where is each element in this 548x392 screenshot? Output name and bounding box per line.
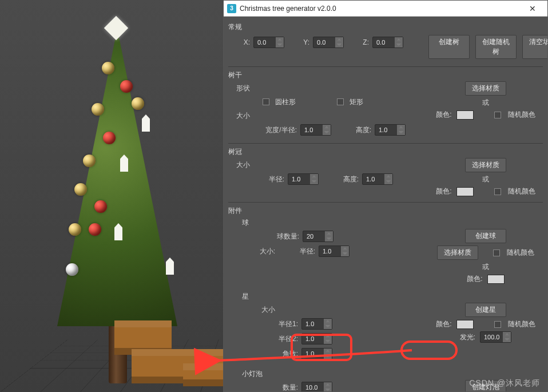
spinner-star-corners[interactable]: 1.0: [301, 348, 332, 359]
app-icon: 3: [227, 4, 236, 13]
spinner-ball-count[interactable]: 20: [303, 231, 333, 242]
value-star-corners: 1.0: [302, 350, 324, 357]
checkbox-crown-random-color[interactable]: [494, 188, 501, 195]
clear-scene-button[interactable]: 清空场景: [522, 35, 547, 59]
group-title-general: 常规: [228, 21, 543, 33]
ornament: [83, 155, 96, 167]
spinner-star-r2[interactable]: 1.0: [301, 333, 332, 345]
label-crown-height: 高度:: [337, 175, 359, 184]
spinner-star-glow[interactable]: 100.0: [480, 331, 512, 343]
ornament: [120, 80, 133, 93]
create-tree-button[interactable]: 创建树: [428, 35, 470, 59]
spinner-crown-radius[interactable]: 1.0: [288, 173, 319, 185]
spinner-arrows-icon[interactable]: [384, 174, 392, 184]
value-bulb-count: 10.0: [302, 384, 324, 391]
spinner-arrows-icon[interactable]: [324, 319, 332, 329]
spinner-arrows-icon[interactable]: [395, 37, 403, 47]
label-trunk-random-color: 随机颜色: [508, 110, 535, 120]
create-ball-button[interactable]: 创建球: [465, 229, 506, 243]
star-color-swatch[interactable]: [456, 320, 474, 329]
spinner-arrows-icon[interactable]: [324, 382, 332, 391]
trunk-color-swatch[interactable]: [456, 110, 474, 120]
label-star-corners: 角数:: [276, 349, 298, 359]
spinner-crown-height[interactable]: 1.0: [362, 173, 393, 185]
label-star-glow: 发光:: [460, 332, 475, 342]
close-button[interactable]: ✕: [521, 2, 544, 15]
label-trunk-shape: 形状: [228, 84, 250, 93]
spinner-ball-radius[interactable]: 1.0: [319, 246, 350, 257]
spinner-arrows-icon[interactable]: [397, 125, 405, 135]
label-or: 或: [482, 175, 489, 184]
ornament: [92, 103, 104, 116]
checkbox-trunk-random-color[interactable]: [494, 112, 501, 118]
value-crown-height: 1.0: [363, 176, 384, 183]
spinner-arrows-icon[interactable]: [335, 37, 343, 47]
tree-topper-star: [104, 16, 128, 40]
checkbox-rect[interactable]: [337, 98, 344, 105]
spinner-arrows-icon[interactable]: [341, 246, 349, 256]
label-star-r2: 半径2:: [276, 334, 298, 344]
checkbox-star-random-color[interactable]: [494, 321, 501, 328]
ball-material-button[interactable]: 选择材质: [437, 246, 478, 260]
label-x: X:: [228, 38, 250, 46]
dialog-panel: 常规 X: 0.0 Y: 0.0 Z: 0.0 创建树 创建随机树 清空场景: [224, 17, 547, 391]
label-ball-radius: 半径:: [293, 247, 315, 256]
subgroup-star: 星: [242, 291, 543, 303]
ornament: [69, 223, 81, 236]
ornament: [102, 62, 114, 74]
label-trunk-size: 大小: [228, 111, 250, 121]
group-title-attachments: 附件: [228, 205, 543, 217]
create-star-button[interactable]: 创建星: [465, 303, 506, 317]
option-cylinder: 圆柱形: [275, 97, 296, 107]
ball-color-swatch[interactable]: [487, 275, 505, 284]
ornament: [74, 183, 87, 196]
group-title-crown: 树冠: [228, 146, 543, 158]
label-bulb-count: 数量:: [276, 383, 298, 392]
dialog-title: Christmas tree generator v2.0.0: [240, 5, 336, 13]
tree-cone: [57, 29, 177, 326]
dialog-titlebar[interactable]: 3 Christmas tree generator v2.0.0 ✕: [224, 1, 547, 17]
crown-color-swatch[interactable]: [456, 187, 474, 196]
group-trunk: 树干 形状 圆柱形 矩形 大小: [228, 67, 543, 144]
spinner-arrows-icon[interactable]: [276, 37, 284, 47]
watermark-text: CSDN @沐风老师: [469, 378, 540, 389]
spinner-trunk-width[interactable]: 1.0: [300, 124, 331, 136]
spinner-arrows-icon[interactable]: [310, 174, 318, 184]
spinner-z[interactable]: 0.0: [372, 37, 403, 48]
spinner-bulb-count[interactable]: 10.0: [301, 382, 332, 391]
ornament: [94, 200, 107, 213]
label-crown-radius: 半径:: [263, 175, 284, 184]
label-star-size: 大小: [253, 305, 275, 315]
group-crown: 树冠 大小 半径: 1.0 高度: 1.0 选择材质 或 颜: [228, 144, 543, 203]
value-star-glow: 100.0: [481, 334, 503, 340]
checkbox-cylinder[interactable]: [263, 98, 269, 105]
checkbox-ball-random-color[interactable]: [493, 250, 500, 256]
ornament: [66, 263, 78, 276]
value-x: 0.0: [254, 39, 276, 46]
label-ball-random-color: 随机颜色: [507, 248, 534, 258]
spinner-arrows-icon[interactable]: [323, 125, 331, 135]
value-z: 0.0: [373, 39, 395, 46]
label-z: Z:: [347, 38, 369, 46]
trunk-material-button[interactable]: 选择材质: [465, 81, 506, 96]
label-ball-color: 颜色:: [467, 274, 482, 284]
create-random-tree-button[interactable]: 创建随机树: [475, 35, 517, 59]
spinner-trunk-height[interactable]: 1.0: [375, 124, 406, 136]
value-star-r2: 1.0: [302, 335, 324, 342]
spinner-arrows-icon[interactable]: [325, 231, 333, 241]
generator-dialog: 3 Christmas tree generator v2.0.0 ✕ 常规 X…: [223, 0, 548, 392]
value-crown-radius: 1.0: [288, 176, 310, 183]
label-star-random-color: 随机颜色: [508, 319, 535, 329]
value-y: 0.0: [313, 39, 335, 46]
spinner-arrows-icon[interactable]: [324, 349, 332, 359]
crown-material-button[interactable]: 选择材质: [465, 158, 506, 172]
spinner-y[interactable]: 0.0: [313, 37, 344, 48]
spinner-star-r1[interactable]: 1.0: [301, 318, 332, 330]
gift-box: [183, 363, 229, 386]
option-rect: 矩形: [350, 97, 363, 107]
spinner-arrows-icon[interactable]: [503, 332, 511, 342]
label-ball-size: 大小:: [253, 247, 275, 256]
label-y: Y:: [288, 38, 309, 46]
spinner-arrows-icon[interactable]: [324, 334, 332, 344]
spinner-x[interactable]: 0.0: [253, 37, 284, 48]
